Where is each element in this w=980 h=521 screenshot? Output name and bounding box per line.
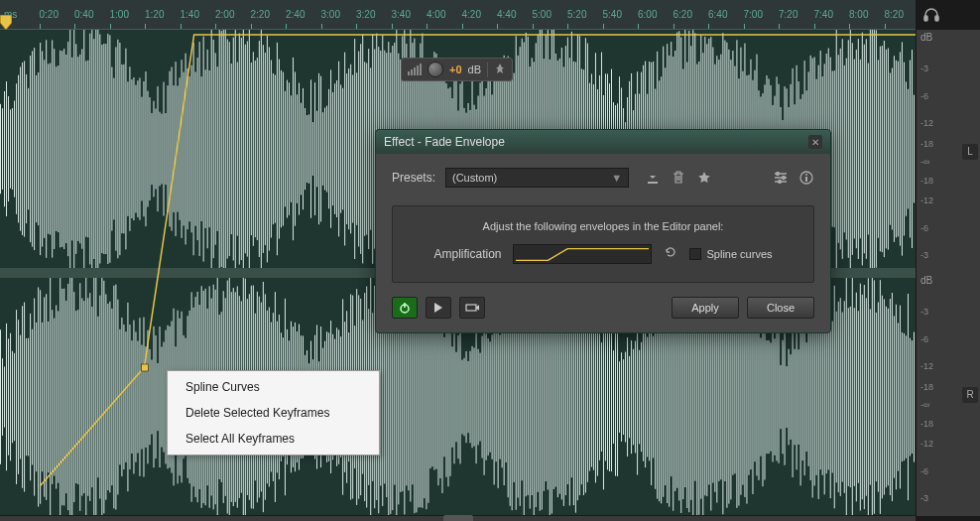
channel-indicator-left[interactable]: L	[962, 144, 978, 160]
presets-label: Presets:	[392, 171, 435, 185]
svg-rect-87	[166, 113, 167, 185]
svg-rect-88	[168, 85, 169, 212]
svg-rect-523	[115, 284, 116, 509]
svg-rect-164	[318, 73, 319, 224]
close-button[interactable]: Close	[747, 297, 814, 319]
svg-rect-22	[36, 75, 37, 222]
svg-rect-422	[832, 71, 833, 227]
presets-dropdown[interactable]: (Custom) ▼	[445, 168, 629, 188]
delete-preset-icon[interactable]	[671, 170, 686, 186]
svg-rect-494	[58, 311, 59, 482]
timeline-ruler[interactable]: ms 0:20 0:40 1:00 1:20 1:40 2:00 2:20 2:…	[0, 0, 916, 30]
svg-rect-499	[67, 284, 68, 510]
svg-rect-821	[708, 310, 709, 485]
time-tick: 3:00	[321, 9, 357, 20]
svg-rect-13	[18, 75, 19, 223]
svg-rect-693	[453, 330, 454, 463]
svg-rect-188	[366, 64, 367, 235]
svg-rect-105	[201, 76, 202, 221]
svg-rect-865	[796, 325, 797, 470]
svg-rect-450	[888, 48, 889, 249]
menu-item-spline-curves[interactable]: Spline Curves	[168, 374, 379, 400]
menu-item-delete-keyframes[interactable]: Delete Selected Keyframes	[168, 400, 379, 426]
dialog-titlebar[interactable]: Effect - Fade Envelope ✕	[376, 130, 830, 154]
settings-icon[interactable]	[773, 170, 789, 186]
menu-item-select-all-keyframes[interactable]: Select All Keyframes	[168, 426, 379, 452]
svg-rect-62	[115, 47, 116, 250]
svg-rect-770	[607, 325, 608, 470]
apply-button[interactable]: Apply	[672, 297, 739, 319]
svg-rect-69	[129, 66, 130, 231]
svg-rect-842	[750, 325, 751, 469]
svg-rect-107	[205, 69, 206, 228]
svg-rect-73	[137, 80, 138, 217]
headphones-icon[interactable]	[920, 4, 942, 26]
svg-rect-904	[874, 280, 875, 513]
svg-rect-116	[223, 30, 224, 268]
svg-rect-919	[904, 333, 905, 460]
svg-rect-469	[8, 338, 9, 455]
reset-icon[interactable]	[664, 245, 677, 263]
amplification-curve-preview[interactable]	[513, 244, 652, 264]
svg-rect-765	[597, 318, 598, 475]
zoom-thumb[interactable]	[443, 515, 473, 521]
preview-play-button[interactable]	[426, 297, 451, 319]
svg-rect-506	[81, 298, 82, 495]
svg-rect-171	[332, 92, 333, 205]
svg-rect-71	[133, 77, 134, 220]
svg-rect-688	[443, 337, 444, 456]
svg-rect-849	[765, 315, 766, 480]
svg-rect-456	[900, 52, 901, 245]
svg-rect-442	[872, 30, 873, 268]
svg-rect-864	[795, 349, 796, 446]
svg-marker-0	[0, 15, 12, 30]
svg-rect-507	[83, 301, 84, 493]
svg-rect-139	[269, 47, 270, 250]
svg-rect-838	[742, 309, 743, 484]
svg-rect-451	[890, 72, 891, 224]
svg-rect-535	[139, 318, 140, 476]
gain-knob[interactable]	[428, 62, 443, 77]
svg-rect-54	[99, 35, 100, 264]
gain-hud[interactable]: +0 dB	[401, 58, 513, 81]
channel-indicator-right[interactable]: R	[962, 387, 978, 403]
svg-rect-786	[639, 350, 640, 445]
svg-rect-834	[734, 321, 735, 474]
svg-rect-102	[195, 71, 196, 225]
svg-rect-159	[308, 114, 309, 183]
svg-rect-176	[342, 88, 343, 210]
svg-rect-455	[898, 62, 899, 237]
power-toggle-button[interactable]	[392, 297, 418, 319]
svg-rect-788	[643, 332, 644, 461]
svg-rect-11	[14, 100, 15, 196]
gain-value[interactable]: +0	[449, 64, 462, 75]
svg-rect-530	[129, 325, 130, 469]
svg-rect-48	[87, 61, 88, 238]
pin-icon[interactable]	[487, 63, 506, 77]
svg-rect-910	[886, 307, 887, 488]
loop-button[interactable]	[459, 297, 485, 319]
playhead-marker[interactable]	[0, 15, 12, 30]
horizontal-zoom-bar[interactable]	[0, 515, 916, 521]
svg-rect-130	[251, 63, 252, 235]
spline-curves-checkbox[interactable]: Spline curves	[689, 248, 772, 260]
svg-rect-465	[0, 329, 1, 464]
svg-rect-545	[160, 326, 161, 467]
svg-rect-91	[174, 85, 175, 212]
svg-rect-162	[314, 82, 315, 215]
svg-rect-723	[514, 312, 515, 482]
svg-rect-9	[10, 109, 11, 188]
svg-rect-707	[482, 335, 483, 457]
svg-rect-495	[60, 278, 61, 516]
close-icon[interactable]: ✕	[808, 135, 822, 149]
svg-rect-424	[836, 30, 837, 268]
time-tick: 6:40	[708, 9, 744, 20]
svg-rect-471	[12, 351, 13, 443]
info-icon[interactable]	[798, 170, 814, 186]
svg-rect-502	[73, 292, 74, 502]
svg-rect-479	[28, 338, 29, 456]
favorite-icon[interactable]	[696, 170, 712, 186]
svg-rect-458	[904, 63, 905, 236]
save-preset-icon[interactable]	[645, 170, 661, 186]
svg-rect-757	[581, 310, 582, 484]
